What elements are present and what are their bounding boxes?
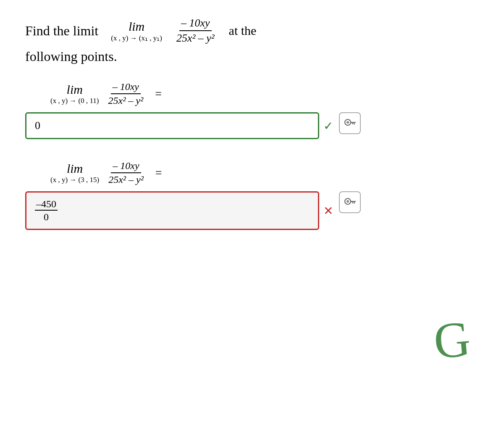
svg-point-1 — [346, 121, 349, 124]
p1-lim-sub: (x , y) → (0 , 11) — [50, 97, 99, 105]
header-lim-block: lim (x , y) → (x₁ , y₁) — [111, 19, 162, 42]
header-lim-sub: (x , y) → (x₁ , y₁) — [111, 34, 162, 42]
following-points-text: following points. — [25, 49, 479, 64]
p2-answer-row: –450 0 ✕ — [25, 191, 479, 230]
p2-answer-den: 0 — [42, 211, 50, 223]
key-svg-2 — [344, 198, 356, 207]
p2-lim-sub: (x , y) → (3 , 15) — [50, 176, 99, 184]
svg-rect-7 — [350, 201, 356, 202]
key-svg-1 — [344, 119, 356, 128]
p2-answer-box[interactable]: –450 0 — [25, 191, 319, 230]
svg-rect-9 — [352, 202, 353, 203]
handwritten-g: G — [431, 309, 472, 370]
svg-rect-8 — [354, 202, 355, 204]
header-lim-symbol: lim — [129, 19, 144, 34]
p1-lim-symbol: lim — [67, 82, 83, 97]
p2-answer-fraction: –450 0 — [35, 198, 58, 223]
p2-denominator: 25x² – y² — [107, 173, 145, 185]
p1-answer-box[interactable]: 0 — [25, 112, 319, 139]
p1-denominator: 25x² – y² — [107, 94, 145, 106]
problem-2-question: lim (x , y) → (3 , 15) – 10xy 25x² – y² … — [50, 160, 479, 185]
p1-checkmark-icon: ✓ — [323, 119, 333, 133]
p2-numerator: – 10xy — [111, 160, 141, 173]
at-the-text: at the — [229, 24, 257, 38]
header-denominator: 25x² – y² — [175, 31, 216, 45]
header-section: Find the limit lim (x , y) → (x₁ , y₁) –… — [25, 17, 479, 45]
p1-lim-block: lim (x , y) → (0 , 11) — [50, 82, 99, 105]
svg-rect-2 — [350, 122, 356, 123]
svg-rect-3 — [354, 123, 355, 125]
page: Find the limit lim (x , y) → (x₁ , y₁) –… — [0, 0, 504, 268]
p1-fraction: – 10xy 25x² – y² — [107, 81, 145, 106]
p2-checkmark-icon: ✕ — [323, 204, 333, 218]
header-fraction: – 10xy 25x² – y² — [175, 17, 216, 45]
p1-equals: = — [155, 87, 162, 100]
problem-2: lim (x , y) → (3 , 15) – 10xy 25x² – y² … — [25, 160, 479, 230]
problem-1-question: lim (x , y) → (0 , 11) – 10xy 25x² – y² … — [50, 81, 479, 106]
p2-lim-block: lim (x , y) → (3 , 15) — [50, 161, 99, 184]
p1-checkmark-area: ✓ — [319, 112, 337, 139]
p2-equals: = — [155, 166, 162, 180]
p1-answer-value: 0 — [35, 119, 40, 132]
problem-1: lim (x , y) → (0 , 11) – 10xy 25x² – y² … — [25, 81, 479, 139]
p2-answer-num: –450 — [35, 198, 58, 211]
svg-rect-4 — [352, 123, 353, 124]
p2-key-icon[interactable] — [339, 191, 361, 213]
svg-point-6 — [346, 200, 349, 203]
p2-checkmark-area: ✕ — [319, 191, 337, 230]
header-numerator: – 10xy — [179, 17, 212, 31]
p2-fraction: – 10xy 25x² – y² — [107, 160, 145, 185]
p2-lim-symbol: lim — [67, 161, 83, 176]
p1-key-icon[interactable] — [339, 112, 361, 134]
p1-answer-row: 0 ✓ — [25, 112, 479, 139]
p1-numerator: – 10xy — [111, 81, 141, 94]
find-the-limit-text: Find the limit — [25, 23, 98, 39]
